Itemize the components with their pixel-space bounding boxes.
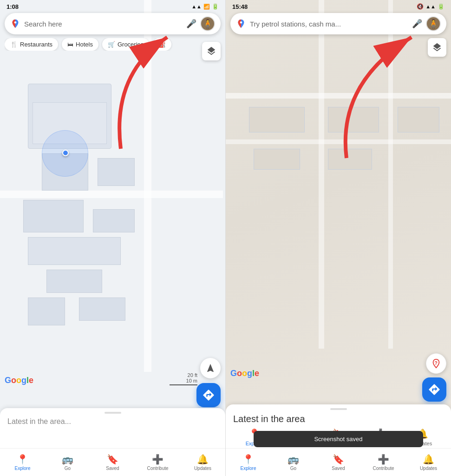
directions-fab-left[interactable]	[196, 383, 221, 407]
battery-icon-right: 🔋	[438, 3, 444, 10]
latest-title-left: Latest in the area...	[7, 417, 218, 426]
battery-icon: 🔋	[212, 3, 219, 10]
road-v1	[319, 0, 324, 349]
explore-icon-right: 📍	[242, 454, 254, 465]
nav-go-left[interactable]: 🚌 Go	[45, 449, 90, 476]
nav-saved-right[interactable]: 🔖 Saved	[316, 449, 361, 476]
pill-hotels[interactable]: 🛏 Hotels	[62, 38, 98, 51]
left-phone-panel: 1:08 ▲▲ 📶 🔋 Search here 🎤 🧍 🍴 Restaurant…	[0, 0, 226, 476]
pill-gas[interactable]: ⛽	[153, 38, 171, 51]
saved-icon-left: 🔖	[107, 454, 118, 465]
google-logo-right: Google	[230, 369, 259, 378]
go-icon-right: 🚌	[288, 454, 299, 465]
explore-icon-left: 📍	[17, 454, 28, 465]
latest-title-right: Latest in the area	[233, 414, 444, 424]
map-left	[0, 0, 225, 476]
grocery-icon: 🛒	[108, 41, 115, 48]
gas-icon: ⛽	[158, 41, 166, 48]
nav-explore-right[interactable]: 📍 Explore	[226, 449, 271, 476]
signal-icon: ▲▲	[191, 4, 202, 9]
maps-pin-icon	[10, 19, 20, 29]
directions-icon-right	[428, 383, 441, 396]
maps-pin-icon-right	[236, 19, 246, 29]
status-bar-left: 1:08 ▲▲ 📶 🔋	[0, 0, 225, 13]
restaurant-icon: 🍴	[10, 41, 18, 48]
search-placeholder-right: Try petrol stations, cash ma...	[250, 20, 408, 28]
search-bar-left[interactable]: Search here 🎤 🧍	[5, 13, 221, 34]
nav-go-right[interactable]: 🚌 Go	[271, 449, 316, 476]
svg-text:?: ?	[434, 360, 438, 366]
status-icons-right: 🔇 ▲▲ 🔋	[417, 3, 444, 10]
building-r1	[249, 107, 305, 132]
avatar-left[interactable]: 🧍	[200, 16, 215, 31]
avatar-right[interactable]: 🧍	[426, 16, 441, 31]
building-r4	[328, 149, 372, 170]
time-left: 1:08	[7, 3, 19, 10]
building-r3	[328, 107, 379, 132]
directions-icon-left	[202, 389, 215, 402]
nav-updates-right[interactable]: 🔔 Updates	[406, 449, 451, 476]
scale-indicator-left: 20 ft 10 m	[170, 372, 197, 385]
contribute-icon-left: ➕	[152, 454, 163, 465]
mic-icon-right[interactable]: 🎤	[412, 19, 422, 29]
category-pills-left: 🍴 Restaurants 🛏 Hotels 🛒 Groceries ⛽	[5, 38, 225, 51]
building-r2	[254, 149, 300, 170]
mute-icon: 🔇	[417, 3, 424, 10]
svg-point-0	[14, 21, 17, 24]
latest-area-left: Latest in the area...	[0, 408, 225, 450]
mic-icon-left[interactable]: 🎤	[186, 19, 196, 29]
navigate-button-left[interactable]	[200, 358, 221, 378]
help-fab-right[interactable]: ?	[426, 353, 446, 374]
hotel-icon: 🛏	[67, 41, 73, 48]
directions-fab-right[interactable]	[422, 377, 446, 402]
road-v2	[388, 0, 393, 349]
nav-saved-left[interactable]: 🔖 Saved	[90, 449, 135, 476]
search-placeholder-left: Search here	[24, 20, 183, 28]
layer-button-right[interactable]	[428, 38, 446, 57]
layer-button-left[interactable]	[202, 42, 221, 60]
navigate-icon-left	[205, 363, 216, 373]
contribute-icon-right: ➕	[378, 454, 389, 465]
updates-icon-left: 🔔	[197, 454, 209, 465]
drag-handle-left[interactable]	[105, 412, 121, 414]
nav-updates-left[interactable]: 🔔 Updates	[180, 449, 225, 476]
wifi-icon: 📶	[203, 4, 210, 10]
nav-contribute-left[interactable]: ➕ Contribute	[135, 449, 180, 476]
search-bar-right[interactable]: Try petrol stations, cash ma... 🎤 🧍	[230, 13, 446, 34]
layers-icon-right	[432, 42, 442, 53]
status-icons-left: ▲▲ 📶 🔋	[191, 3, 219, 10]
nav-explore-left[interactable]: 📍 Explore	[0, 449, 45, 476]
pill-restaurants[interactable]: 🍴 Restaurants	[5, 38, 58, 51]
drag-handle-right[interactable]	[330, 408, 347, 410]
google-logo-left: Google	[5, 376, 33, 385]
layers-icon-left	[206, 46, 216, 56]
go-icon-left: 🚌	[62, 454, 73, 465]
bottom-nav-left: 📍 Explore 🚌 Go 🔖 Saved ➕ Contribute 🔔 Up…	[0, 448, 225, 476]
updates-icon-right: 🔔	[423, 454, 434, 465]
nav-contribute-right[interactable]: ➕ Contribute	[361, 449, 406, 476]
right-phone-panel: 15:48 🔇 ▲▲ 🔋 Try petrol stations, cash m…	[226, 0, 451, 476]
road-h2	[226, 139, 451, 144]
building-r5	[398, 107, 439, 132]
saved-icon-right: 🔖	[333, 454, 344, 465]
time-right: 15:48	[232, 3, 248, 10]
location-dot	[62, 150, 69, 156]
svg-point-2	[240, 21, 242, 24]
road-h1	[226, 93, 451, 99]
bottom-nav-right: 📍 Explore 🚌 Go 🔖 Saved ➕ Contribute 🔔 Up…	[226, 448, 451, 476]
screenshot-toast: Screenshot saved	[254, 431, 423, 447]
help-icon-right: ?	[431, 358, 441, 369]
pill-groceries[interactable]: 🛒 Groceries	[102, 38, 149, 51]
status-bar-right: 15:48 🔇 ▲▲ 🔋	[226, 0, 451, 13]
signal-icon-right: ▲▲	[425, 4, 436, 9]
